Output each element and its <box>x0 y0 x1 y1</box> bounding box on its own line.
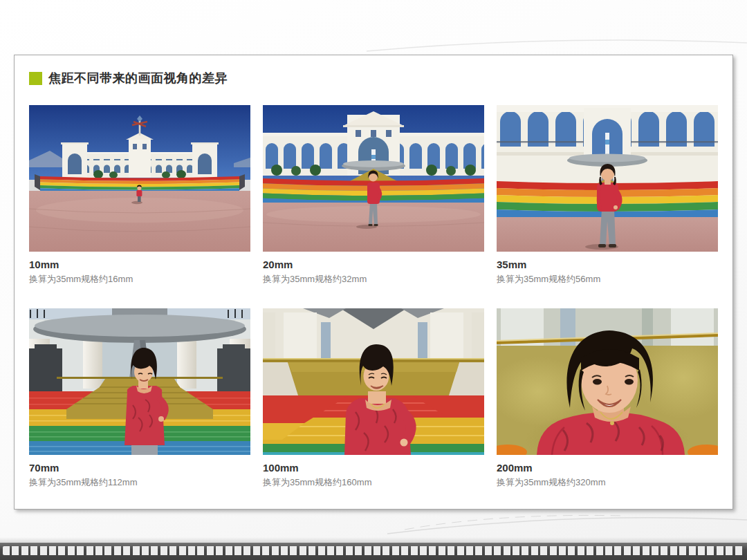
equivalent-focal-label: 换算为35mm规格约160mm <box>263 476 484 489</box>
equivalent-focal-label: 换算为35mm规格约32mm <box>263 273 484 286</box>
photo-100mm-image <box>263 308 484 455</box>
photo-200mm-image <box>497 308 718 455</box>
focal-length-label: 10mm <box>29 258 250 272</box>
equivalent-focal-label: 换算为35mm规格约112mm <box>29 476 250 489</box>
focal-length-label: 20mm <box>263 258 484 272</box>
gallery-item-70mm: 70mm 换算为35mm规格约112mm <box>29 308 250 489</box>
focal-length-label: 35mm <box>497 258 718 272</box>
gallery-item-200mm: 200mm 换算为35mm规格约320mm <box>497 308 718 489</box>
focal-length-label: 70mm <box>29 461 250 475</box>
gallery-item-100mm: 100mm 换算为35mm规格约160mm <box>263 308 484 489</box>
gallery-item-10mm: 10mm 换算为35mm规格约16mm <box>29 105 250 286</box>
green-bullet-icon <box>29 72 42 85</box>
gallery-item-20mm: 20mm 换算为35mm规格约32mm <box>263 105 484 286</box>
photo-10mm-image <box>29 105 250 252</box>
equivalent-focal-label: 换算为35mm规格约56mm <box>497 273 718 286</box>
photo-35mm-image <box>497 105 718 252</box>
photo-20mm-image <box>263 105 484 252</box>
photo-70mm-image <box>29 308 250 455</box>
focal-length-label: 100mm <box>263 461 484 475</box>
focal-length-label: 200mm <box>497 461 718 475</box>
slide-panel: 焦距不同带来的画面视角的差异 <box>14 55 733 510</box>
page-title: 焦距不同带来的画面视角的差异 <box>48 70 228 86</box>
photo-grid: 10mm 换算为35mm规格约16mm <box>29 105 718 489</box>
section-header: 焦距不同带来的画面视角的差异 <box>29 70 718 86</box>
filmstrip-border <box>0 543 747 560</box>
equivalent-focal-label: 换算为35mm规格约320mm <box>497 476 718 489</box>
equivalent-focal-label: 换算为35mm规格约16mm <box>29 273 250 286</box>
gallery-item-35mm: 35mm 换算为35mm规格约56mm <box>497 105 718 286</box>
